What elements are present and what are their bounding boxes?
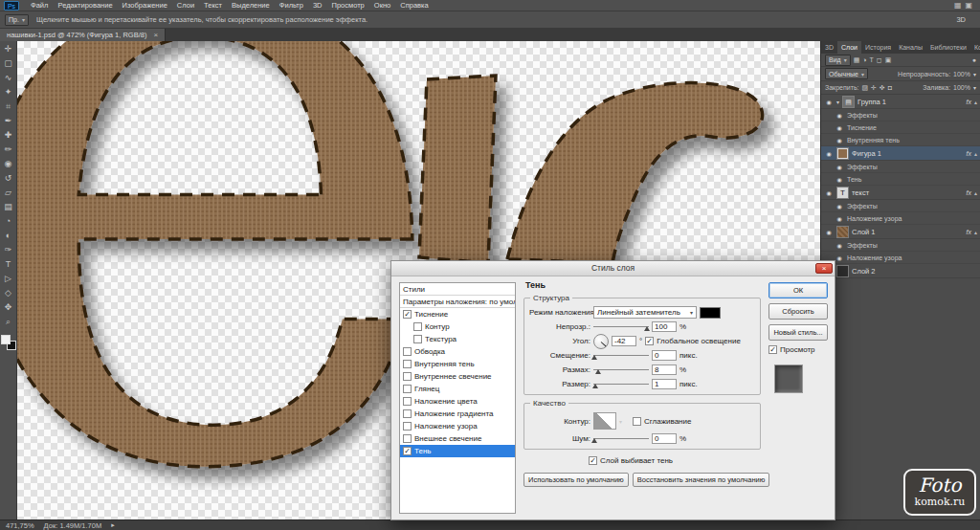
reset-button[interactable]: Сбросить — [768, 303, 828, 320]
menu-item[interactable]: Текст — [199, 0, 227, 11]
panel-tab-active[interactable]: Слои — [837, 41, 861, 54]
style-list-item[interactable]: Внешнее свечение — [400, 432, 515, 445]
style-checkbox[interactable] — [403, 434, 412, 443]
noise-input[interactable]: 0 — [652, 433, 677, 444]
layer-row[interactable]: ◉Tтекстfx▴ — [821, 186, 980, 200]
close-tab-icon[interactable]: × — [153, 29, 158, 41]
style-list-item[interactable]: Контур — [400, 320, 515, 333]
layer-thumbnail[interactable] — [836, 226, 849, 238]
shadow-color-swatch[interactable] — [700, 307, 721, 319]
style-checkbox[interactable] — [403, 397, 412, 406]
visibility-eye-icon[interactable]: ◉ — [835, 215, 844, 222]
visibility-eye-icon[interactable]: ◉ — [824, 99, 834, 105]
clone-stamp-tool-icon[interactable]: ◉ — [1, 158, 16, 170]
shape-tool-icon[interactable]: ◇ — [1, 287, 16, 299]
new-style-button[interactable]: Новый стиль... — [768, 324, 828, 341]
layer-thumbnail[interactable] — [836, 265, 849, 277]
style-list-item[interactable]: Наложение цвета — [400, 395, 515, 408]
layer-effect-row[interactable]: ◉Наложение узора — [821, 252, 980, 264]
style-checkbox[interactable] — [413, 322, 422, 331]
chevron-down-icon[interactable]: ▾ — [973, 84, 976, 91]
preview-checkbox[interactable] — [768, 345, 777, 354]
layer-row[interactable]: ◉Фигура 1fx▴ — [821, 146, 980, 161]
panel-tab-inactive[interactable]: Библиотеки — [926, 41, 970, 54]
style-checkbox[interactable] — [403, 347, 412, 356]
layer-effect-row[interactable]: ◉Тиснение — [821, 121, 980, 134]
layer-name[interactable]: Слой 1 — [852, 228, 964, 236]
tool-preset-dropdown[interactable]: Пр. ▾ — [5, 14, 29, 26]
style-list-item[interactable]: Наложение узора — [400, 420, 515, 432]
layer-effect-row[interactable]: ◉Тень — [821, 173, 980, 186]
style-checkbox[interactable] — [413, 335, 422, 343]
lock-transparency-icon[interactable]: ▨ — [861, 84, 868, 92]
foreground-color-swatch[interactable] — [1, 335, 11, 344]
crop-tool-icon[interactable]: ⌗ — [1, 100, 16, 113]
spread-slider[interactable] — [593, 365, 649, 374]
style-list-item[interactable]: Наложение градиента — [400, 408, 515, 420]
filter-adjustment-layers-icon[interactable]: ◑ — [862, 56, 866, 64]
panel-tab-inactive[interactable]: История — [861, 41, 895, 54]
layer-name[interactable]: текст — [852, 188, 964, 197]
style-checkbox[interactable] — [403, 409, 412, 418]
visibility-eye-icon[interactable]: ◉ — [835, 242, 844, 249]
visibility-eye-icon[interactable]: ◉ — [835, 176, 844, 183]
type-tool-icon[interactable]: T — [1, 258, 16, 271]
filter-smart-objects-icon[interactable]: ▣ — [885, 56, 892, 64]
style-checkbox[interactable] — [403, 422, 412, 431]
contour-picker[interactable] — [593, 412, 616, 430]
opacity-value[interactable]: 100% — [953, 71, 970, 77]
menu-item[interactable]: Изображение — [118, 0, 172, 11]
layer-row[interactable]: ◉▾▤Группа 1fx▴ — [821, 95, 980, 109]
visibility-eye-icon[interactable]: ◉ — [835, 124, 844, 131]
style-list-item[interactable]: Тень — [400, 445, 515, 457]
panel-tab-inactive[interactable]: Контуры — [970, 41, 980, 54]
layer-name[interactable]: Слой 2 — [852, 267, 977, 276]
layer-filter-dropdown[interactable]: Вид ▾ — [825, 55, 851, 66]
antialias-checkbox[interactable] — [633, 417, 641, 426]
layer-effect-row[interactable]: ◉Внутренняя тень — [821, 134, 980, 146]
layer-fx-badge[interactable]: fx — [967, 99, 971, 105]
move-tool-icon[interactable]: ✛ — [1, 43, 16, 55]
visibility-eye-icon[interactable]: ◉ — [835, 203, 844, 210]
style-list-item[interactable]: Внутреннее свечение — [400, 370, 515, 383]
layer-fx-badge[interactable]: fx — [967, 189, 971, 196]
menu-item[interactable]: Слои — [172, 0, 199, 11]
menu-item[interactable]: Редактирование — [53, 0, 117, 11]
opacity-input[interactable]: 100 — [652, 321, 677, 332]
workspace-layout-icon[interactable]: ▦ — [954, 0, 962, 11]
fx-collapse-icon[interactable]: ▴ — [974, 189, 977, 196]
layer-row[interactable]: ◉Слой 1fx▴ — [821, 225, 980, 239]
slider-thumb[interactable] — [591, 438, 597, 443]
style-checkbox[interactable] — [403, 372, 412, 381]
visibility-eye-icon[interactable]: ◉ — [835, 137, 844, 144]
opacity-slider[interactable] — [593, 322, 649, 331]
expand-caret-icon[interactable]: ▾ — [836, 99, 839, 105]
layer-effect-row[interactable]: ◉Эффекты — [821, 200, 980, 212]
lock-position-icon[interactable]: ✜ — [880, 84, 885, 92]
pen-tool-icon[interactable]: ✑ — [1, 244, 16, 256]
lock-pixels-icon[interactable]: ✛ — [871, 84, 877, 92]
menu-item[interactable]: 3D — [308, 0, 327, 11]
fx-collapse-icon[interactable]: ▴ — [974, 150, 977, 157]
visibility-eye-icon[interactable]: ◉ — [835, 254, 844, 261]
layer-effect-row[interactable]: ◉Эффекты — [821, 161, 980, 173]
menu-item[interactable]: Фильтр — [275, 0, 308, 11]
visibility-eye-icon[interactable]: ◉ — [835, 112, 844, 119]
blend-mode-dropdown[interactable]: Обычные ▾ — [825, 68, 868, 79]
layer-fx-badge[interactable]: fx — [967, 229, 971, 235]
visibility-eye-icon[interactable]: ◉ — [824, 189, 834, 196]
layer-effect-row[interactable]: ◉Наложение узора — [821, 212, 980, 225]
chevron-down-icon[interactable]: ▾ — [973, 71, 976, 77]
noise-slider[interactable] — [593, 434, 649, 443]
style-list-item[interactable]: Внутренняя тень — [400, 358, 515, 370]
layer-thumbnail[interactable] — [836, 147, 849, 160]
visibility-eye-icon[interactable]: ◉ — [824, 150, 834, 157]
menu-item[interactable]: Выделение — [227, 0, 275, 11]
menu-item[interactable]: Файл — [26, 0, 53, 11]
offset-slider[interactable] — [593, 351, 649, 360]
restore-default-button[interactable]: Восстановить значения по умолчанию — [633, 473, 770, 487]
hand-tool-icon[interactable]: ✥ — [1, 301, 16, 314]
visibility-eye-icon[interactable]: ◉ — [824, 229, 834, 235]
panel-tab-inactive[interactable]: Каналы — [895, 41, 926, 54]
offset-input[interactable]: 0 — [652, 350, 677, 361]
